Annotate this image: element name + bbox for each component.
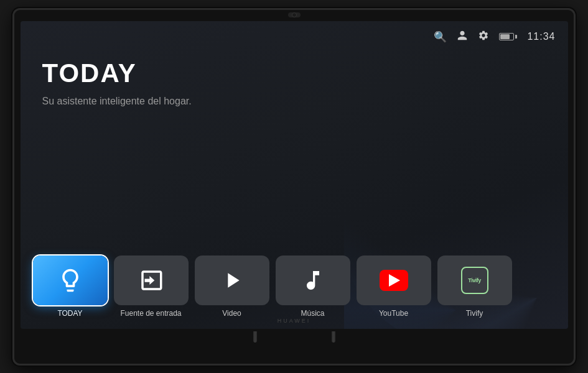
stand-leg-left — [253, 331, 257, 343]
app-fuente-label: Fuente de entrada — [120, 309, 181, 318]
app-tivify-label: Tivify — [466, 309, 483, 318]
search-icon[interactable]: 🔍 — [434, 30, 447, 44]
app-musica-label: Música — [301, 309, 324, 318]
music-icon — [301, 268, 325, 293]
main-content-area: TODAY Su asistente inteligente del hogar… — [42, 58, 192, 107]
app-youtube-label: YouTube — [379, 309, 408, 318]
app-youtube-icon-box — [357, 256, 431, 305]
tv-screen: 🔍 11:34 TODAY Su a — [21, 21, 568, 329]
profile-icon[interactable] — [457, 30, 468, 44]
app-tivify[interactable]: Tivify Tivify — [437, 256, 512, 318]
tivify-logo: Tivify — [461, 267, 488, 294]
app-video-icon-box — [195, 256, 269, 305]
stand-leg-right — [332, 331, 335, 343]
app-musica-icon-box — [276, 256, 350, 305]
clock: 11:34 — [527, 31, 555, 42]
app-tivify-icon-box: Tivify — [437, 256, 512, 305]
app-musica[interactable]: Música — [276, 256, 350, 318]
app-today-label: TODAY — [57, 309, 82, 318]
apps-bar: TODAY Fuente de entrada Video — [33, 256, 556, 318]
brand-label: HUAWEI — [278, 318, 311, 324]
app-video-label: Video — [222, 309, 241, 318]
app-fuente-icon-box — [114, 256, 189, 305]
tv-camera — [288, 12, 301, 17]
tv-stand — [253, 331, 335, 343]
settings-icon[interactable] — [478, 30, 489, 44]
app-fuente[interactable]: Fuente de entrada — [114, 256, 189, 318]
youtube-logo — [380, 270, 408, 291]
play-icon — [220, 268, 245, 293]
page-title: TODAY — [42, 58, 192, 88]
app-today-icon-box — [33, 256, 108, 305]
battery-indicator — [499, 33, 517, 40]
app-today[interactable]: TODAY — [33, 256, 108, 318]
status-bar: 🔍 11:34 — [434, 30, 555, 44]
lightbulb-icon — [57, 267, 84, 294]
app-video[interactable]: Video — [195, 256, 269, 318]
input-icon — [138, 267, 164, 293]
page-subtitle: Su asistente inteligente del hogar. — [42, 96, 192, 107]
tv-frame: 🔍 11:34 TODAY Su a — [12, 8, 576, 366]
app-youtube[interactable]: YouTube — [357, 256, 431, 318]
tivify-text: Tivify — [468, 277, 480, 283]
youtube-play-icon — [389, 274, 400, 287]
